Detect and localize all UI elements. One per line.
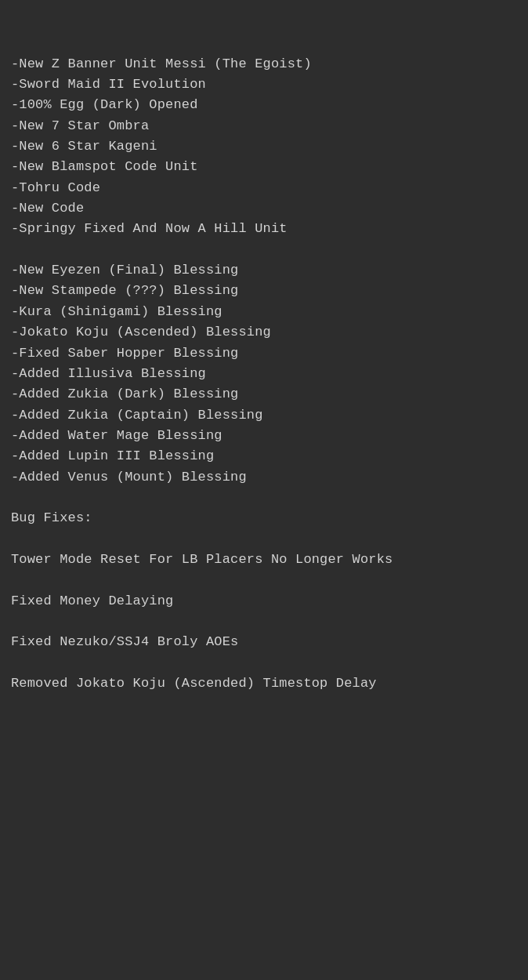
content-text: -New Z Banner Unit Messi (The Egoist) -S… bbox=[11, 54, 517, 695]
main-content: -New Z Banner Unit Messi (The Egoist) -S… bbox=[11, 13, 517, 715]
